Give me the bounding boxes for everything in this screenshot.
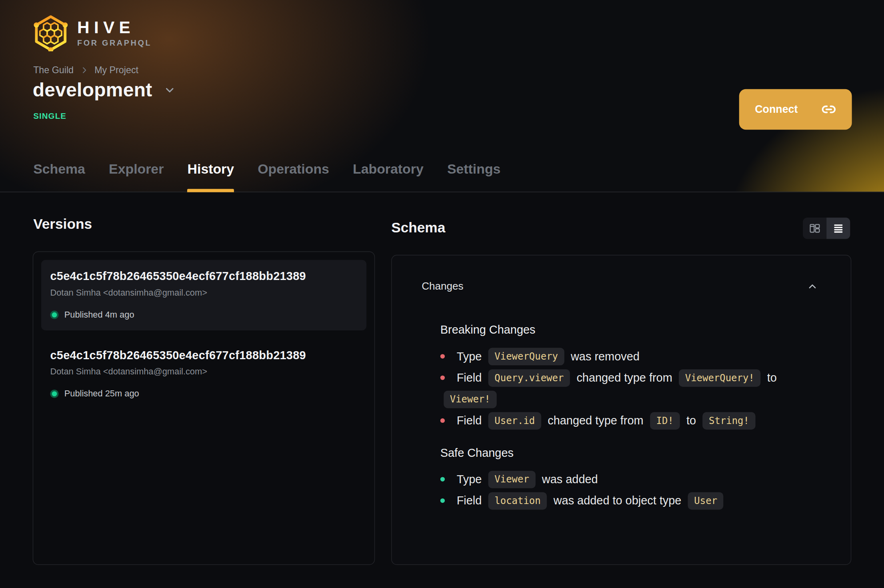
change-text: to — [767, 371, 777, 384]
version-status: Published 25m ago — [64, 388, 139, 398]
change-text: was removed — [571, 350, 640, 362]
change-text: Type — [457, 472, 482, 485]
code-chip: String! — [702, 412, 755, 430]
versions-panel: c5e4c1c5f78b26465350e4ecf677cf188bb21389… — [33, 252, 375, 565]
split-view-icon — [808, 222, 821, 234]
code-chip: ViewerQuery — [488, 348, 564, 366]
tab-bar: SchemaExplorerHistoryOperationsLaborator… — [33, 152, 500, 192]
changes-list: Type ViewerQuery was removed Field Query… — [440, 346, 828, 431]
code-chip: User — [688, 492, 724, 510]
change-text: changed type from — [548, 414, 643, 427]
change-text: was added to object type — [554, 494, 682, 507]
brand[interactable]: HIVE FOR GRAPHQL — [32, 15, 152, 51]
schema-title: Schema — [391, 219, 445, 236]
changes-list: Type Viewer was added Field location was… — [440, 468, 828, 511]
code-chip: Query.viewer — [488, 369, 570, 387]
change-text: changed type from — [576, 371, 672, 384]
view-toggle — [803, 218, 850, 239]
code-chip: ID! — [650, 412, 680, 430]
breadcrumb-organization[interactable]: The Guild — [33, 65, 74, 76]
version-author: Dotan Simha <dotansimha@gmail.com> — [50, 366, 357, 376]
changes-section-safe: Safe Changes Type Viewer was added Field… — [440, 446, 828, 511]
unified-view-icon — [832, 222, 844, 234]
tab-explorer[interactable]: Explorer — [109, 152, 164, 192]
changes-section-breaking: Breaking Changes Type ViewerQuery was re… — [440, 323, 828, 432]
tab-history[interactable]: History — [188, 152, 234, 192]
target-selector[interactable]: development — [33, 79, 176, 101]
changes-section-title: Safe Changes — [440, 446, 828, 460]
connect-button[interactable]: Connect — [739, 89, 852, 130]
target-name: development — [33, 79, 152, 101]
brand-tagline: FOR GRAPHQL — [77, 38, 152, 48]
chevron-down-icon — [164, 84, 176, 96]
change-item: Field User.id changed type from ID! to S… — [440, 410, 828, 432]
code-chip: Viewer — [488, 471, 536, 488]
target-mode-badge: SINGLE — [33, 112, 66, 121]
change-text: was added — [542, 472, 598, 485]
version-status-row: Published 4m ago — [50, 310, 357, 320]
change-item: Field location was added to object type … — [440, 490, 828, 512]
connect-label: Connect — [755, 103, 798, 116]
version-hash: c5e4c1c5f78b26465350e4ecf677cf188bb21389 — [50, 270, 357, 283]
code-chip: Viewer! — [444, 391, 496, 408]
project-header: HIVE FOR GRAPHQL The Guild My Project de… — [0, 0, 884, 192]
version-author: Dotan Simha <dotansimha@gmail.com> — [50, 288, 357, 298]
version-item[interactable]: c5e4c1c5f78b26465350e4ecf677cf188bb21389… — [41, 260, 366, 330]
version-hash: c5e4c1c5f78b26465350e4ecf677cf188bb21389 — [50, 348, 357, 362]
schema-changes-card: Changes Breaking Changes Type ViewerQuer… — [391, 255, 851, 565]
status-dot-icon — [50, 310, 58, 319]
changes-header-label: Changes — [422, 280, 463, 292]
changes-sections: Breaking Changes Type ViewerQuery was re… — [392, 323, 851, 512]
change-item: Type ViewerQuery was removed — [440, 346, 828, 367]
unified-view-button[interactable] — [826, 218, 850, 239]
code-chip: location — [488, 492, 547, 510]
change-text: Field — [457, 414, 482, 427]
versions-title: Versions — [33, 216, 92, 232]
breadcrumb: The Guild My Project — [33, 65, 138, 76]
tab-laboratory[interactable]: Laboratory — [353, 152, 424, 192]
split-view-button[interactable] — [803, 218, 826, 239]
chevron-up-icon — [807, 281, 818, 292]
changes-section-title: Breaking Changes — [440, 323, 828, 337]
code-chip: ViewerQuery! — [679, 369, 760, 387]
status-dot-icon — [50, 389, 58, 398]
brand-text: HIVE FOR GRAPHQL — [77, 19, 152, 47]
chevron-right-icon — [80, 66, 88, 74]
version-status: Published 4m ago — [64, 310, 134, 320]
hive-history-page: HIVE FOR GRAPHQL The Guild My Project de… — [0, 0, 884, 588]
change-text: Field — [457, 494, 482, 507]
change-item: Field Query.viewer changed type from Vie… — [440, 367, 828, 410]
version-item[interactable]: c5e4c1c5f78b26465350e4ecf677cf188bb21389… — [41, 339, 366, 409]
tab-settings[interactable]: Settings — [447, 152, 500, 192]
breadcrumb-project[interactable]: My Project — [94, 65, 138, 76]
change-text: to — [686, 414, 696, 427]
code-chip: User.id — [488, 412, 541, 430]
version-status-row: Published 25m ago — [50, 388, 357, 398]
brand-name: HIVE — [77, 19, 152, 36]
change-item: Type Viewer was added — [440, 468, 828, 490]
link-icon — [822, 102, 836, 117]
hive-logo — [32, 15, 69, 51]
change-text: Field — [457, 371, 482, 384]
changes-header[interactable]: Changes — [392, 255, 851, 292]
tab-operations[interactable]: Operations — [258, 152, 329, 192]
change-text: Type — [457, 350, 482, 362]
tab-schema[interactable]: Schema — [33, 152, 85, 192]
